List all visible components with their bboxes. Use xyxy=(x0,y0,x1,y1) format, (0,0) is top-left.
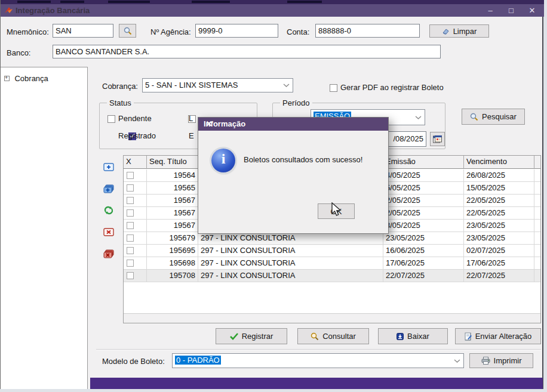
baixar-button[interactable]: Baixar xyxy=(378,328,448,344)
minimize-button[interactable]: – xyxy=(481,4,499,17)
periodo-group-title: Período xyxy=(280,98,312,107)
chevron-down-icon xyxy=(454,359,460,363)
column-header-seq-titulo[interactable]: Seq. Título xyxy=(147,156,198,169)
cell-vencimento: 23/05/2025 xyxy=(464,220,534,232)
window-titlebar: Integração Bancária – □ ✕ xyxy=(1,4,544,17)
calendar-button[interactable] xyxy=(430,132,445,146)
cell-vencimento: 23/05/2025 xyxy=(464,232,534,244)
close-button[interactable]: ✕ xyxy=(523,4,541,17)
background-menu-fragment xyxy=(192,1,230,3)
background-menu-fragment xyxy=(287,1,322,3)
cobranca-value: 5 - SAN - LINX SISTEMAS xyxy=(145,81,238,89)
window-title: Integração Bancária xyxy=(16,6,90,15)
agencia-label: Nº Agência: xyxy=(150,27,191,36)
agencia-input[interactable]: 9999-0 xyxy=(195,24,278,38)
conta-input[interactable]: 888888-0 xyxy=(315,24,420,38)
dialog-message: Boletos consultados com sucesso! xyxy=(244,155,362,164)
banco-input[interactable]: BANCO SANTANDER S.A. xyxy=(53,45,441,58)
refresh-button[interactable] xyxy=(102,204,116,217)
cell-emissao: 22/07/2025 xyxy=(383,270,464,282)
cell-emissao: 2/05/2025 xyxy=(383,195,464,206)
column-header-x[interactable]: X xyxy=(124,156,147,169)
mouse-cursor-icon xyxy=(331,202,342,218)
cell-vencimento: 22/05/2025 xyxy=(464,195,534,206)
pesquisar-button[interactable]: Pesquisar xyxy=(462,109,525,125)
cell-vencimento: 02/07/2025 xyxy=(464,245,534,257)
background-menu-fragment xyxy=(17,1,51,3)
cobranca-select[interactable]: 5 - SAN - LINX SISTEMAS xyxy=(142,78,293,92)
background-window-strip xyxy=(1,0,544,4)
enviar-alteracao-label: Enviar Alteração xyxy=(475,332,532,341)
add-icon xyxy=(103,163,114,171)
registrar-button[interactable]: Registrar xyxy=(216,328,287,344)
cell-seq: 195708 xyxy=(147,270,198,282)
check-icon xyxy=(230,333,238,340)
informacao-dialog: Informação ✕ Boletos consultados com suc… xyxy=(198,117,389,234)
status-checkbox-3-label: L xyxy=(189,114,193,123)
delete-icon xyxy=(103,228,114,236)
search-icon xyxy=(124,27,132,35)
cell-seq: 195679 xyxy=(147,232,198,244)
table-row[interactable]: 195679 297 - LINX CONSULTORIA 23/05/2025… xyxy=(124,232,540,245)
cell-seq: 19564 xyxy=(147,169,198,181)
gerar-pdf-label: Gerar PDF ao registrar Boleto xyxy=(340,83,444,92)
consultar-button[interactable]: Consultar xyxy=(297,328,369,344)
cell-vencimento: 22/07/2025 xyxy=(464,270,534,282)
tree-item-cobranca[interactable]: Cobrança xyxy=(4,73,48,84)
gerar-pdf-checkbox[interactable] xyxy=(330,84,337,92)
registrado-label: Registrado xyxy=(118,131,156,140)
column-header-vencimento[interactable]: Vencimento xyxy=(464,156,534,169)
delete-row-button[interactable] xyxy=(102,226,116,238)
column-header-emissao[interactable]: Emissão xyxy=(383,156,464,169)
imprimir-label: Imprimir xyxy=(494,356,522,365)
printer-icon xyxy=(481,357,490,365)
add-multiple-button[interactable] xyxy=(102,183,116,195)
cell-emissao: 2/05/2025 xyxy=(383,207,464,219)
search-icon xyxy=(311,332,319,341)
pendente-checkbox[interactable] xyxy=(107,115,115,123)
background-menu-fragment xyxy=(60,1,84,3)
pesquisar-label: Pesquisar xyxy=(482,112,517,121)
table-row[interactable]: 195698 297 - LINX CONSULTORIA 17/06/2025… xyxy=(124,257,540,270)
cell-cliente: 297 - LINX CONSULTORIA xyxy=(198,232,383,244)
cell-emissao: 4/05/2025 xyxy=(383,169,464,181)
eraser-icon xyxy=(442,28,450,35)
table-row[interactable]: 195695 297 - LINX CONSULTORIA 16/06/2025… xyxy=(124,245,540,257)
status-checkbox-4-label: E xyxy=(189,131,194,140)
integracao-bancaria-window: Integração Bancária – □ ✕ Mnemônico: SAN… xyxy=(0,0,543,389)
consultar-label: Consultar xyxy=(322,332,356,341)
table-row-selected[interactable]: 195708 297 - LINX CONSULTORIA 22/07/2025… xyxy=(124,270,540,282)
download-icon xyxy=(397,333,404,340)
limpar-button[interactable]: Limpar xyxy=(429,24,489,38)
add-row-button[interactable] xyxy=(102,160,116,173)
cell-seq: 195698 xyxy=(147,257,198,269)
footer-separator xyxy=(96,349,541,350)
cell-seq: 19567 xyxy=(147,207,198,219)
mnemonico-input[interactable]: SAN xyxy=(53,24,113,38)
cell-seq: 19567 xyxy=(147,195,198,206)
cell-emissao: 17/06/2025 xyxy=(383,257,464,269)
cell-seq: 19567 xyxy=(147,220,198,232)
mnemonico-label: Mnemônico: xyxy=(7,27,49,36)
delete-multiple-button[interactable] xyxy=(102,248,116,260)
tree-expand-icon[interactable] xyxy=(4,76,10,81)
add-multiple-icon xyxy=(103,184,114,194)
status-group-title: Status xyxy=(107,98,134,107)
imprimir-button[interactable]: Imprimir xyxy=(469,353,533,368)
cell-vencimento: 22/05/2025 xyxy=(464,207,534,219)
table-bottom-scrollbar[interactable] xyxy=(124,313,540,323)
delete-multiple-icon xyxy=(103,249,114,259)
chevron-down-icon xyxy=(415,116,422,119)
cell-emissao: 3/05/2025 xyxy=(383,220,464,232)
cell-emissao: 5/05/2025 xyxy=(383,182,464,194)
info-icon xyxy=(211,149,235,172)
cell-emissao: 23/05/2025 xyxy=(383,232,464,244)
mnemonico-search-button[interactable] xyxy=(119,24,136,38)
app-logo-icon xyxy=(4,7,13,14)
modelo-boleto-select[interactable]: 0 - PADRÃO xyxy=(172,353,464,368)
background-menu-fragment xyxy=(108,1,150,3)
dialog-close-button[interactable]: ✕ xyxy=(204,119,214,128)
maximize-button[interactable]: □ xyxy=(502,4,520,17)
column-header-gutter xyxy=(534,156,540,169)
enviar-alteracao-button[interactable]: Enviar Alteração xyxy=(455,328,541,344)
